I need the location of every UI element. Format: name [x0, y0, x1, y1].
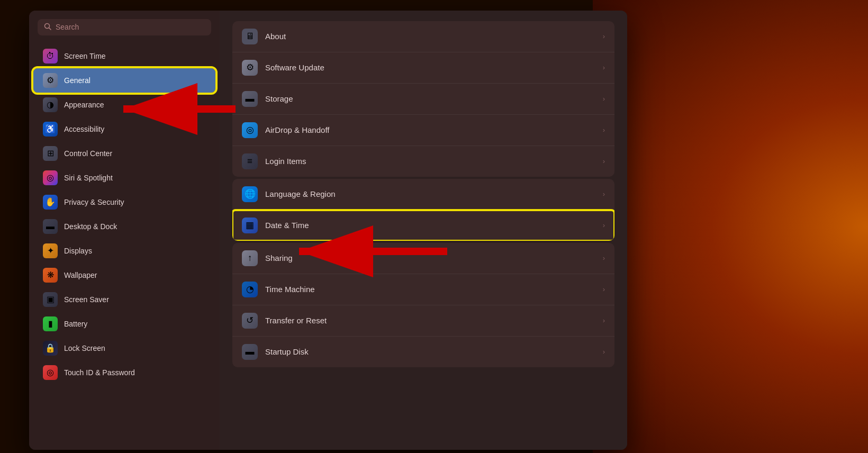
sharing-row-icon: ↑: [242, 250, 258, 266]
siri-spotlight-icon: ◎: [43, 170, 58, 185]
general-icon: ⚙: [43, 73, 58, 88]
settings-row-about[interactable]: 🖥About›: [232, 21, 614, 52]
sidebar-items-container: ⏱Screen Time⚙General◑Appearance♿Accessib…: [29, 44, 220, 385]
startup-disk-chevron-icon: ›: [603, 348, 605, 356]
settings-row-login-items[interactable]: ≡Login Items›: [232, 146, 614, 177]
sidebar-item-label-general: General: [64, 76, 91, 85]
storage-chevron-icon: ›: [603, 95, 605, 103]
sidebar-item-label-screen-saver: Screen Saver: [64, 295, 109, 304]
time-machine-row-label: Time Machine: [265, 285, 595, 294]
settings-group-group1: 🖥About›⚙Software Update›▬Storage›◎AirDro…: [232, 21, 614, 177]
sidebar-item-label-control-center: Control Center: [64, 149, 112, 158]
sidebar-item-battery[interactable]: ▮Battery: [33, 312, 215, 336]
date-time-row-label: Date & Time: [265, 221, 595, 230]
sidebar-item-privacy-security[interactable]: ✋Privacy & Security: [33, 190, 215, 214]
startup-disk-row-icon: ▬: [242, 344, 258, 360]
sidebar-item-label-screen-time: Screen Time: [64, 52, 106, 60]
sidebar-item-label-privacy-security: Privacy & Security: [64, 198, 124, 206]
login-items-row-icon: ≡: [242, 153, 258, 169]
sidebar-item-screen-time[interactable]: ⏱Screen Time: [33, 44, 215, 68]
background-gradient: [593, 0, 868, 453]
appearance-icon: ◑: [43, 97, 58, 112]
login-items-chevron-icon: ›: [603, 157, 605, 165]
sidebar-item-general[interactable]: ⚙General: [33, 68, 215, 93]
time-machine-chevron-icon: ›: [603, 285, 605, 293]
transfer-reset-chevron-icon: ›: [603, 316, 605, 324]
about-chevron-icon: ›: [603, 32, 605, 40]
settings-group-group3: ↑Sharing›◔Time Machine›↺Transfer or Rese…: [232, 243, 614, 367]
displays-icon: ✦: [43, 243, 58, 258]
settings-row-startup-disk[interactable]: ▬Startup Disk›: [232, 337, 614, 367]
sidebar: Search ⏱Screen Time⚙General◑Appearance♿A…: [29, 11, 220, 450]
sidebar-item-control-center[interactable]: ⊞Control Center: [33, 141, 215, 166]
login-items-row-label: Login Items: [265, 157, 595, 166]
sidebar-item-siri-spotlight[interactable]: ◎Siri & Spotlight: [33, 166, 215, 190]
sidebar-item-screen-saver[interactable]: ▣Screen Saver: [33, 287, 215, 312]
settings-row-time-machine[interactable]: ◔Time Machine›: [232, 274, 614, 305]
transfer-reset-row-label: Transfer or Reset: [265, 316, 595, 325]
settings-row-airdrop[interactable]: ◎AirDrop & Handoff›: [232, 115, 614, 146]
sidebar-item-lock-screen[interactable]: 🔒Lock Screen: [33, 336, 215, 360]
sidebar-item-label-accessibility: Accessibility: [64, 125, 104, 133]
date-time-row-icon: ▦: [242, 218, 258, 233]
airdrop-row-icon: ◎: [242, 122, 258, 138]
search-icon: [44, 23, 51, 32]
search-bar[interactable]: Search: [38, 19, 211, 35]
sidebar-item-label-lock-screen: Lock Screen: [64, 344, 105, 352]
transfer-reset-row-icon: ↺: [242, 313, 258, 329]
about-row-icon: 🖥: [242, 29, 258, 44]
time-machine-row-icon: ◔: [242, 282, 258, 297]
sidebar-item-label-desktop-dock: Desktop & Dock: [64, 222, 117, 231]
sidebar-item-label-wallpaper: Wallpaper: [64, 271, 97, 279]
privacy-security-icon: ✋: [43, 195, 58, 210]
settings-group-group2: 🌐Language & Region›▦Date & Time›: [232, 179, 614, 241]
lock-screen-icon: 🔒: [43, 341, 58, 356]
about-row-label: About: [265, 32, 595, 41]
software-update-row-label: Software Update: [265, 63, 595, 72]
main-content: 🖥About›⚙Software Update›▬Storage›◎AirDro…: [220, 11, 627, 450]
desktop-dock-icon: ▬: [43, 219, 58, 234]
software-update-row-icon: ⚙: [242, 60, 258, 76]
language-region-row-label: Language & Region: [265, 189, 595, 198]
sidebar-item-label-battery: Battery: [64, 320, 87, 328]
sidebar-item-appearance[interactable]: ◑Appearance: [33, 93, 215, 117]
sidebar-item-wallpaper[interactable]: ❋Wallpaper: [33, 263, 215, 287]
sidebar-item-label-siri-spotlight: Siri & Spotlight: [64, 174, 113, 182]
airdrop-chevron-icon: ›: [603, 126, 605, 134]
settings-row-date-time[interactable]: ▦Date & Time›: [232, 210, 614, 241]
sharing-chevron-icon: ›: [603, 254, 605, 262]
battery-icon: ▮: [43, 316, 58, 331]
sharing-row-label: Sharing: [265, 253, 595, 262]
svg-line-1: [49, 28, 51, 30]
control-center-icon: ⊞: [43, 146, 58, 161]
sidebar-item-touch-id[interactable]: ◎Touch ID & Password: [33, 360, 215, 385]
sidebar-item-label-touch-id: Touch ID & Password: [64, 368, 135, 377]
storage-row-label: Storage: [265, 94, 595, 103]
settings-row-software-update[interactable]: ⚙Software Update›: [232, 52, 614, 84]
sidebar-item-label-appearance: Appearance: [64, 101, 104, 109]
settings-row-transfer-reset[interactable]: ↺Transfer or Reset›: [232, 305, 614, 337]
storage-row-icon: ▬: [242, 91, 258, 107]
language-region-chevron-icon: ›: [603, 190, 605, 198]
sidebar-item-label-displays: Displays: [64, 247, 92, 255]
screen-saver-icon: ▣: [43, 292, 58, 307]
settings-groups-container: 🖥About›⚙Software Update›▬Storage›◎AirDro…: [232, 21, 614, 369]
touch-id-icon: ◎: [43, 365, 58, 380]
date-time-chevron-icon: ›: [603, 221, 605, 229]
system-preferences-window: Search ⏱Screen Time⚙General◑Appearance♿A…: [29, 11, 627, 450]
software-update-chevron-icon: ›: [603, 64, 605, 71]
screen-time-icon: ⏱: [43, 49, 58, 64]
settings-row-sharing[interactable]: ↑Sharing›: [232, 243, 614, 274]
airdrop-row-label: AirDrop & Handoff: [265, 125, 595, 134]
settings-row-language-region[interactable]: 🌐Language & Region›: [232, 179, 614, 210]
startup-disk-row-label: Startup Disk: [265, 347, 595, 356]
sidebar-item-desktop-dock[interactable]: ▬Desktop & Dock: [33, 214, 215, 239]
language-region-row-icon: 🌐: [242, 186, 258, 202]
sidebar-item-displays[interactable]: ✦Displays: [33, 239, 215, 263]
accessibility-icon: ♿: [43, 122, 58, 137]
search-placeholder: Search: [56, 23, 79, 31]
sidebar-item-accessibility[interactable]: ♿Accessibility: [33, 117, 215, 141]
settings-row-storage[interactable]: ▬Storage›: [232, 84, 614, 115]
wallpaper-icon: ❋: [43, 268, 58, 283]
